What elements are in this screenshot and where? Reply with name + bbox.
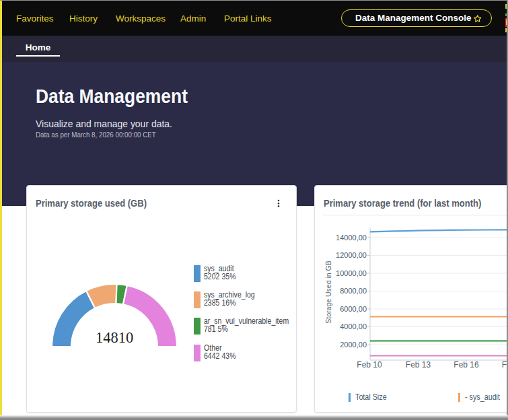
svg-text:8000,00: 8000,00 (340, 287, 367, 295)
svg-text:Storage Used in GB: Storage Used in GB (324, 260, 332, 323)
svg-text:Feb 10: Feb 10 (357, 360, 382, 370)
svg-text:12000,00: 12000,00 (336, 251, 367, 259)
svg-text:2000,00: 2000,00 (340, 341, 367, 349)
svg-text:14000,00: 14000,00 (336, 234, 367, 242)
svg-text:6000,00: 6000,00 (340, 305, 367, 313)
svg-text:Feb 16: Feb 16 (453, 360, 479, 370)
svg-text:10000,00: 10000,00 (336, 269, 367, 277)
svg-text:4000,00: 4000,00 (340, 322, 367, 330)
svg-text:Feb 13: Feb 13 (406, 360, 431, 370)
